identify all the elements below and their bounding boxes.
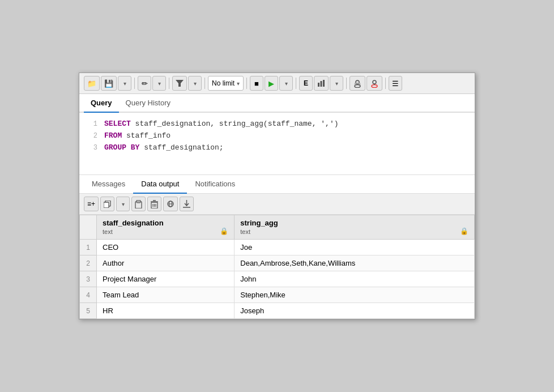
edit-pen-button[interactable]: ✏ — [138, 76, 151, 91]
copy-button[interactable] — [100, 197, 114, 211]
row-number: 2 — [80, 255, 97, 271]
table-cell[interactable]: Joseph — [235, 303, 475, 319]
table-row[interactable]: 1CEOJoe — [80, 240, 475, 255]
table-cell[interactable]: John — [235, 271, 475, 287]
col-type-string-agg: text — [240, 228, 250, 235]
explain-button[interactable]: E — [299, 76, 313, 91]
table-cell[interactable]: CEO — [97, 240, 235, 255]
table-cell[interactable]: Project Manager — [97, 271, 235, 287]
col-header-string-agg: string_agg text 🔒 — [235, 215, 475, 240]
open-folder-button[interactable]: 📁 — [84, 76, 100, 91]
sql-code-2: FROM staff_info — [104, 130, 171, 142]
col-header-staff-designation: staff_designation text 🔒 — [97, 215, 235, 240]
svg-point-7 — [373, 80, 376, 84]
no-limit-dropdown[interactable]: No limit ▾ — [208, 76, 244, 91]
separator-2 — [169, 78, 169, 89]
separator-6 — [346, 78, 347, 89]
table-row[interactable]: 3Project ManagerJohn — [80, 271, 475, 287]
line-number-1: 1 — [84, 119, 97, 130]
line-number-2: 2 — [84, 131, 97, 142]
run-button[interactable]: ▶ — [265, 76, 278, 91]
row-number-header — [80, 215, 97, 240]
tab-query-history[interactable]: Query History — [119, 94, 177, 113]
svg-rect-3 — [323, 80, 325, 87]
table-cell[interactable]: Joe — [235, 240, 475, 255]
save-button[interactable]: 💾 — [101, 76, 117, 91]
svg-marker-0 — [176, 80, 184, 87]
sql-code-3: GROUP BY staff_designation; — [104, 142, 224, 154]
separator-5 — [296, 78, 296, 89]
table-cell[interactable]: Team Lead — [97, 287, 235, 303]
sql-line-3: 3 GROUP BY staff_designation; — [84, 142, 470, 154]
separator-3 — [204, 78, 205, 89]
table-row[interactable]: 5HRJoseph — [80, 303, 475, 319]
separator-1 — [134, 78, 135, 89]
main-toolbar: 📁 💾 ▾ ✏ ▾ ▾ No limit ▾ ■ ▶ ▾ E ▾ — [79, 73, 475, 94]
row-number: 3 — [80, 271, 97, 287]
chart-dropdown-button[interactable]: ▾ — [330, 76, 343, 91]
row-number: 4 — [80, 287, 97, 303]
svg-rect-1 — [318, 83, 319, 87]
chart-button[interactable] — [314, 76, 329, 91]
col-type-staff-designation: text — [103, 228, 113, 235]
separator-7 — [385, 78, 386, 89]
save-dropdown-button[interactable]: ▾ — [118, 76, 131, 91]
row-number: 5 — [80, 303, 97, 319]
table-cell[interactable]: Dean,Ambrose,Seth,Kane,Williams — [235, 255, 475, 271]
svg-rect-13 — [137, 200, 140, 203]
data-table-container: staff_designation text 🔒 string_agg text… — [79, 215, 475, 319]
menu-button[interactable]: ☰ — [389, 76, 402, 91]
result-tab-bar: Messages Data output Notifications — [79, 175, 475, 194]
paste-button[interactable] — [131, 197, 146, 211]
separator-4 — [246, 78, 247, 89]
tab-messages[interactable]: Messages — [84, 175, 133, 194]
main-window: 📁 💾 ▾ ✏ ▾ ▾ No limit ▾ ■ ▶ ▾ E ▾ — [79, 73, 475, 319]
svg-point-5 — [355, 85, 360, 88]
sql-code-1: SELECT staff_designation, string_agg(sta… — [104, 118, 339, 130]
sql-line-1: 1 SELECT staff_designation, string_agg(s… — [84, 118, 470, 130]
filter-dropdown-button[interactable]: ▾ — [188, 76, 202, 91]
line-number-3: 3 — [84, 143, 97, 154]
result-table: staff_designation text 🔒 string_agg text… — [79, 215, 475, 319]
download-button[interactable] — [180, 197, 194, 211]
table-cell[interactable]: Author — [97, 255, 235, 271]
copy-dropdown-button[interactable]: ▾ — [116, 197, 130, 211]
col-name-staff-designation: staff_designation — [103, 219, 228, 227]
tab-data-output[interactable]: Data output — [133, 175, 187, 194]
delete-row-button[interactable] — [147, 197, 161, 211]
tab-query[interactable]: Query — [84, 94, 119, 113]
filter-button[interactable] — [172, 76, 187, 91]
row-number: 1 — [80, 240, 97, 255]
lock-icon-string-agg: 🔒 — [460, 227, 468, 235]
lock-icon-staff-designation: 🔒 — [220, 227, 228, 235]
sql-line-2: 2 FROM staff_info — [84, 130, 470, 142]
svg-rect-2 — [321, 81, 322, 87]
scratch-1-button[interactable] — [350, 76, 365, 91]
table-row[interactable]: 4Team LeadStephen,Mike — [80, 287, 475, 303]
col-name-string-agg: string_agg — [240, 219, 468, 227]
stop-button[interactable]: ■ — [250, 76, 263, 91]
tab-notifications[interactable]: Notifications — [187, 175, 243, 194]
result-toolbar: ≡+ ▾ — [79, 194, 475, 215]
add-row-button[interactable]: ≡+ — [84, 197, 99, 211]
edit-dropdown-button[interactable]: ▾ — [152, 76, 166, 91]
filter-data-button[interactable] — [163, 197, 178, 211]
scratch-2-button[interactable] — [367, 76, 382, 91]
sql-editor[interactable]: 1 SELECT staff_designation, string_agg(s… — [79, 113, 475, 175]
no-limit-label: No limit — [212, 79, 235, 87]
table-row[interactable]: 2AuthorDean,Ambrose,Seth,Kane,Williams — [80, 255, 475, 271]
run-dropdown-button[interactable]: ▾ — [279, 76, 293, 91]
table-cell[interactable]: HR — [97, 303, 235, 319]
table-cell[interactable]: Stephen,Mike — [235, 287, 475, 303]
svg-rect-11 — [104, 202, 109, 208]
svg-point-8 — [372, 85, 377, 88]
no-limit-caret: ▾ — [237, 80, 240, 87]
query-tab-bar: Query Query History — [79, 94, 475, 113]
